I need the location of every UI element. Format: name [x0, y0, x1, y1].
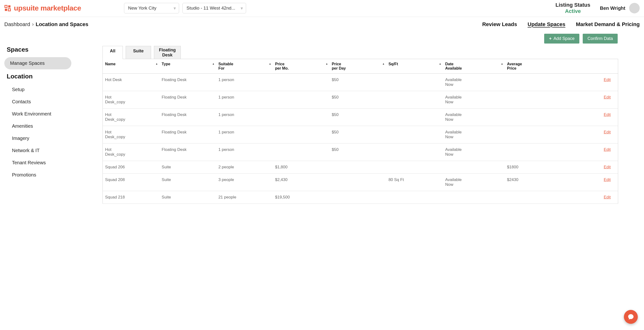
- location-select[interactable]: Studio - 11 West 42nd... ▾: [182, 3, 246, 13]
- cell-for: 1 person: [216, 109, 273, 126]
- chevron-down-icon: ▾: [240, 5, 243, 11]
- sidebar-item-network-it[interactable]: Network & IT: [7, 145, 95, 156]
- cell-ppd: $50: [330, 74, 386, 91]
- edit-link[interactable]: Edit: [604, 130, 611, 134]
- add-space-button[interactable]: + Add Space: [544, 34, 579, 43]
- col-name[interactable]: Name▲: [103, 59, 160, 74]
- col-sqft[interactable]: Sq/Ft▲: [386, 59, 443, 74]
- cell-type: Floating Desk: [159, 109, 216, 126]
- cell-edit: Edit: [562, 144, 618, 161]
- edit-link[interactable]: Edit: [604, 147, 611, 152]
- tab-update-spaces[interactable]: Update Spaces: [528, 21, 566, 27]
- user-name: Ben Wright: [600, 5, 625, 11]
- tab-market-demand[interactable]: Market Demand & Pricing: [576, 21, 640, 27]
- svg-rect-3: [8, 8, 10, 11]
- edit-link[interactable]: Edit: [604, 195, 611, 199]
- col-price-per-day[interactable]: Priceper Day▲: [330, 59, 386, 74]
- sidebar-item-imagery[interactable]: Imagery: [7, 133, 95, 144]
- sidebar-item-manage-spaces[interactable]: Manage Spaces: [4, 57, 71, 69]
- cell-name: HotDesk_copy: [103, 126, 160, 144]
- col-price-per-mo[interactable]: Priceper Mo.▲: [273, 59, 330, 74]
- cell-ppm: [273, 109, 330, 126]
- cell-type: Suite: [159, 191, 216, 204]
- cell-ppd: [330, 173, 386, 191]
- cell-sqft: [386, 109, 443, 126]
- sidebar-item-work-environment[interactable]: Work Environment: [7, 108, 95, 120]
- svg-rect-0: [5, 5, 7, 7]
- table-row: Hot DeskFloating Desk1 person$50Availabl…: [103, 74, 618, 91]
- edit-link[interactable]: Edit: [604, 165, 611, 169]
- sidebar-item-amenities[interactable]: Amenities: [7, 121, 95, 132]
- cell-sqft: 80 Sq Ft: [386, 173, 443, 191]
- sort-icon[interactable]: ▲: [501, 62, 503, 65]
- sidebar-item-contacts[interactable]: Contacts: [7, 96, 95, 107]
- cell-edit: Edit: [562, 74, 618, 91]
- listing-status: Listing Status Active: [556, 2, 590, 14]
- cell-avg: $2430: [505, 173, 562, 191]
- sort-icon[interactable]: ▲: [155, 62, 158, 65]
- filter-tab-suite[interactable]: Suite: [126, 46, 151, 59]
- table-row: HotDesk_copyFloating Desk1 person$50Avai…: [103, 144, 618, 161]
- table-row: Squad 208Suite3 people$2,43080 Sq FtAvai…: [103, 173, 618, 191]
- edit-link[interactable]: Edit: [604, 95, 611, 100]
- cell-for: 1 person: [216, 144, 273, 161]
- sort-icon[interactable]: ▲: [269, 62, 271, 65]
- cell-ppm: $1,800: [273, 161, 330, 173]
- breadcrumb-current: Location and Spaces: [36, 21, 88, 27]
- cell-ppm: $19,500: [273, 191, 330, 204]
- user-menu[interactable]: Ben Wright: [600, 3, 640, 13]
- cell-sqft: [386, 161, 443, 173]
- cell-name: HotDesk_copy: [103, 91, 160, 109]
- cell-avg: [505, 91, 562, 109]
- cell-type: Suite: [159, 161, 216, 173]
- col-date-available[interactable]: DateAvailable▲: [443, 59, 504, 74]
- cell-name: HotDesk_copy: [103, 144, 160, 161]
- chevron-right-icon: ›: [32, 21, 34, 27]
- edit-link[interactable]: Edit: [604, 112, 611, 117]
- cell-date: AvailableNow: [443, 144, 504, 161]
- spaces-table: Name▲ Type▲ SuitableFor▲ Priceper Mo.▲ P…: [102, 59, 618, 204]
- cell-for: 1 person: [216, 126, 273, 144]
- col-avg-price: AveragePrice: [505, 59, 562, 74]
- cell-ppd: [330, 161, 386, 173]
- cell-ppd: $50: [330, 109, 386, 126]
- cell-sqft: [386, 74, 443, 91]
- logo-icon: [4, 5, 11, 11]
- cell-date: AvailableNow: [443, 91, 504, 109]
- sort-icon[interactable]: ▲: [326, 62, 328, 65]
- table-row: Squad 218Suite21 people$19,500Edit: [103, 191, 618, 204]
- filter-tab-floating-desk[interactable]: Floating Desk: [154, 46, 181, 59]
- cell-date: AvailableNow: [443, 109, 504, 126]
- brand-logo[interactable]: upsuite marketplace: [4, 4, 100, 12]
- sidebar-item-tenant-reviews[interactable]: Tenant Reviews: [7, 157, 95, 168]
- breadcrumb-dashboard[interactable]: Dashboard: [4, 21, 30, 27]
- add-space-label: Add Space: [554, 36, 574, 41]
- sidebar-item-setup[interactable]: Setup: [7, 84, 95, 95]
- cell-edit: Edit: [562, 126, 618, 144]
- chevron-down-icon: ▾: [174, 5, 176, 11]
- sort-icon[interactable]: ▲: [382, 62, 385, 65]
- cell-for: 2 people: [216, 161, 273, 173]
- cell-ppd: $50: [330, 144, 386, 161]
- city-select[interactable]: New York City ▾: [124, 3, 179, 13]
- cell-avg: $1800: [505, 161, 562, 173]
- cell-date: AvailableNow: [443, 173, 504, 191]
- sort-icon[interactable]: ▲: [212, 62, 214, 65]
- filter-tab-all[interactable]: All: [102, 46, 123, 59]
- tab-review-leads[interactable]: Review Leads: [482, 21, 517, 27]
- cell-name: HotDesk_copy: [103, 109, 160, 126]
- sort-icon[interactable]: ▲: [439, 62, 442, 65]
- confirm-data-button[interactable]: Confirm Data: [583, 34, 618, 43]
- edit-link[interactable]: Edit: [604, 177, 611, 182]
- cell-date: [443, 161, 504, 173]
- cell-sqft: [386, 144, 443, 161]
- cell-edit: Edit: [562, 191, 618, 204]
- listing-status-label: Listing Status: [556, 2, 590, 8]
- cell-for: 3 people: [216, 173, 273, 191]
- col-type[interactable]: Type▲: [159, 59, 216, 74]
- col-suitable-for[interactable]: SuitableFor▲: [216, 59, 273, 74]
- edit-link[interactable]: Edit: [604, 77, 611, 82]
- cell-type: Floating Desk: [159, 74, 216, 91]
- sidebar-item-promotions[interactable]: Promotions: [7, 169, 95, 180]
- cell-type: Floating Desk: [159, 144, 216, 161]
